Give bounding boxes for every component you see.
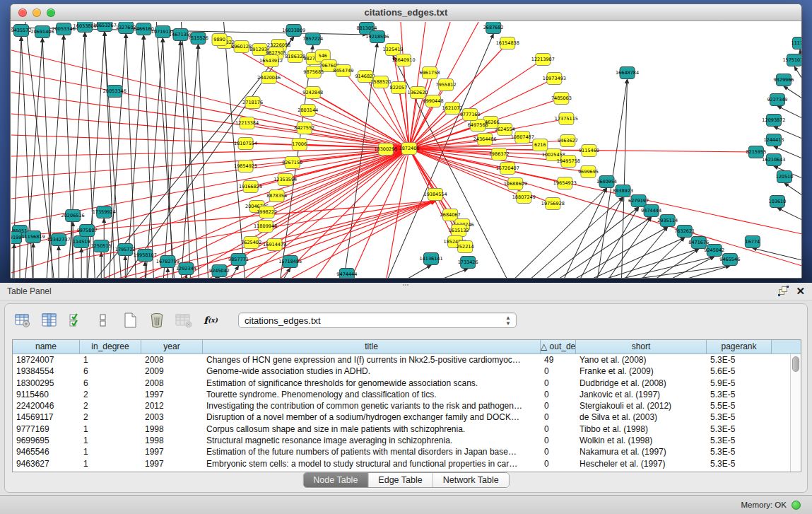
graph-node-label: 9463627 <box>558 138 578 144</box>
graph-node-label: 103610 <box>769 199 787 204</box>
graph-node-label: 6961758 <box>420 70 440 76</box>
graph-edge <box>777 208 802 220</box>
graph-edge <box>308 110 409 148</box>
cell-in_degree: 6 <box>80 378 141 389</box>
window-title: citations_edges.txt <box>11 7 801 18</box>
table-row[interactable]: 911546021997Tourette syndrome. Phenomeno… <box>13 389 801 400</box>
panel-title: Table Panel <box>7 286 52 296</box>
graph-node-label: 9435572 <box>11 28 32 33</box>
cell-title: Estimation of significance thresholds fo… <box>203 378 541 389</box>
graph-edge <box>404 60 409 148</box>
graph-node-label: 822057 <box>390 85 408 90</box>
graph-node-label: 9875685 <box>303 69 324 75</box>
graph-node-label: 2803144 <box>298 107 318 113</box>
splitter-handle[interactable] <box>402 284 409 287</box>
graph-node-label: 7986372 <box>489 151 510 157</box>
graph-node-label: 10973493 <box>543 76 566 81</box>
cell-out_degree: 0 <box>541 389 576 400</box>
cell-name: 9777169 <box>13 424 80 435</box>
graph-node-label: 15751074 <box>782 57 802 63</box>
cell-title: Tourette syndrome. Phenomenology and cla… <box>203 389 541 400</box>
show-columns-icon[interactable] <box>40 311 59 329</box>
cell-out_degree: 0 <box>541 458 576 469</box>
graph-node-label: 19166825 <box>239 184 262 189</box>
graph-node-label: 1795722 <box>115 247 136 252</box>
table-row[interactable]: 1830029562008Estimation of significance … <box>13 378 801 389</box>
close-panel-icon[interactable]: ✕ <box>796 286 805 296</box>
cell-pagerank: 5.3E-5 <box>707 435 772 446</box>
cell-year: 2009 <box>141 366 203 377</box>
table-row[interactable]: 1938455462009Genome-wide association stu… <box>13 366 801 377</box>
cell-pagerank: 5.3E-5 <box>707 354 772 366</box>
graph-node-label: 2935114 <box>657 218 678 223</box>
scrollbar-thumb[interactable] <box>792 356 799 372</box>
column-header-year[interactable]: year <box>141 340 203 354</box>
column-header-title[interactable]: title <box>203 340 541 354</box>
graph-edge <box>794 66 802 78</box>
zoom-window-button[interactable] <box>47 8 55 17</box>
column-header-name[interactable]: name <box>13 340 80 354</box>
table-row[interactable]: 977716911998Corpus callosum shape and si… <box>13 424 801 435</box>
cell-title: Investigating the contribution of common… <box>203 400 541 411</box>
cell-year: 2008 <box>141 378 203 389</box>
function-icon[interactable]: f(x) <box>201 311 220 329</box>
table-row[interactable]: 946554611997Estimation of the future num… <box>13 446 801 457</box>
cell-name: 18724007 <box>13 354 80 366</box>
tab-edge-table[interactable]: Edge Table <box>368 473 433 487</box>
graph-node-label: 9245042 <box>209 268 230 274</box>
cell-out_degree: 0 <box>541 400 576 411</box>
memory-status-label: Memory: OK <box>741 501 787 509</box>
graph-node-label: 12093872 <box>762 117 785 123</box>
column-header-out_degree[interactable]: △ out_de... <box>541 340 576 354</box>
table-settings-icon[interactable] <box>13 311 32 329</box>
graph-node-label: 2718176 <box>242 100 263 105</box>
graph-node-label: 1621072 <box>442 105 463 111</box>
tab-node-table[interactable]: Node Table <box>303 473 368 487</box>
graph-edge <box>784 183 802 195</box>
table-row[interactable]: 946362711997Embryonic stem cells: a mode… <box>13 458 801 469</box>
graph-node-label: 16543912 <box>259 58 283 64</box>
graph-node-label: 1362620 <box>408 90 428 95</box>
table-row[interactable]: 969969511998Structural magnetic resonanc… <box>13 435 801 446</box>
cell-year: 1997 <box>141 389 203 400</box>
graph-edge <box>672 257 714 279</box>
graph-node-label: 8471676 <box>688 240 709 245</box>
table-row[interactable]: 2242004622012Investigating the contribut… <box>13 400 801 411</box>
delete-icon[interactable] <box>148 311 166 329</box>
cell-pagerank: 5.3E-5 <box>707 458 772 469</box>
graph-node-label: 6497568 <box>468 122 488 128</box>
graph-node-label: 8215955 <box>746 149 766 155</box>
column-header-in_degree[interactable]: in_degree <box>80 340 141 354</box>
minimize-window-button[interactable] <box>33 8 41 17</box>
select-rows-icon[interactable] <box>67 311 86 329</box>
close-window-button[interactable] <box>18 8 27 17</box>
node-table: namein_degreeyeartitle△ out_de...shortpa… <box>12 339 801 472</box>
table-selector-dropdown[interactable]: citations_edges.txt ▲▼ <box>238 313 517 328</box>
graph-node-label: 10807487 <box>511 134 534 140</box>
graph-node-label: 1615132 <box>449 228 469 233</box>
status-bar: Memory: OK <box>0 495 812 514</box>
row-height-icon[interactable] <box>94 311 112 329</box>
table-panel-body: f(x) citations_edges.txt ▲▼ namein_degre… <box>4 303 808 493</box>
graph-edge <box>443 269 468 279</box>
graph-node-label: 19384554 <box>424 192 447 197</box>
tab-network-table[interactable]: Network Table <box>433 473 509 487</box>
cell-short: Tibbo et al. (1998) <box>576 424 707 435</box>
new-file-icon[interactable] <box>121 311 139 329</box>
table-row[interactable]: 1456911722003Disruption of a novel membe… <box>13 411 801 423</box>
graph-node-label: 11156819 <box>21 234 45 240</box>
table-row[interactable]: 1872400712008Changes of HCN gene express… <box>13 354 801 366</box>
column-header-pagerank[interactable]: pagerank <box>707 340 772 354</box>
network-view[interactable]: 1872400271817692428482803144122133848427… <box>11 22 802 279</box>
graph-node-label: 19218506 <box>365 34 389 40</box>
column-header-short[interactable]: short <box>576 340 707 354</box>
network-canvas[interactable]: 1872400271817692428482803144122133848427… <box>11 22 802 279</box>
float-panel-icon[interactable] <box>778 286 789 296</box>
graph-node-label: 19756928 <box>541 201 565 206</box>
table-scrollbar[interactable] <box>790 354 801 472</box>
graph-edge <box>180 41 190 279</box>
graph-node-label: 8938923 <box>613 188 633 194</box>
graph-node-label: 6279197 <box>628 198 649 204</box>
cell-year: 2008 <box>141 354 203 366</box>
graph-node-label: 20053346 <box>52 26 76 32</box>
